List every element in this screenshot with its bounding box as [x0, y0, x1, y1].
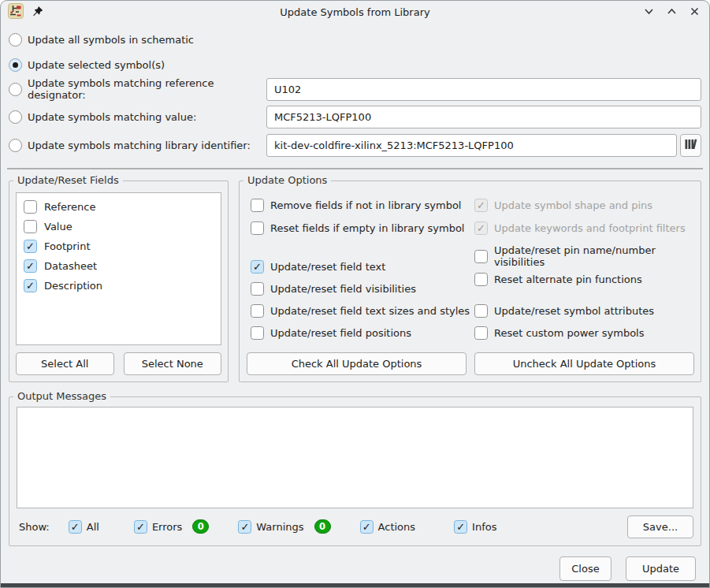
radio-label: Update all symbols in schematic	[28, 34, 194, 46]
checkbox-label: Update keywords and footprint filters	[494, 222, 686, 234]
checkbox-datasheet[interactable]	[24, 259, 37, 273]
checkbox-show-warnings[interactable]	[238, 520, 251, 534]
checkbox-description[interactable]	[24, 279, 37, 292]
checkbox-symbol-shape-pins	[474, 199, 488, 212]
pin-icon[interactable]	[32, 6, 43, 20]
checkbox-label: Update symbol shape and pins	[494, 199, 652, 211]
chevron-up-icon	[666, 6, 678, 20]
scope-option-value: Update symbols matching value:	[9, 105, 701, 128]
option-reset-empty-fields: Reset fields if empty in library symbol	[251, 220, 470, 236]
radio-update-all[interactable]	[9, 33, 22, 47]
update-reset-fields-group: Update/Reset Fields Reference Value Foot…	[9, 180, 229, 382]
section-separator	[7, 168, 703, 169]
checkbox-label: Update/reset field text sizes and styles	[270, 305, 470, 317]
checkbox-label: Infos	[472, 521, 496, 533]
checkbox-show-all[interactable]	[69, 520, 82, 534]
fields-listbox[interactable]: Reference Value Footprint Datasheet	[16, 192, 221, 345]
select-none-button[interactable]: Select None	[124, 352, 222, 375]
scope-option-reference: Update symbols matching reference design…	[9, 77, 701, 101]
group-title: Update Options	[243, 174, 331, 186]
checkbox-field-visibilities[interactable]	[251, 282, 264, 296]
option-remove-fields: Remove fields if not in library symbol	[251, 197, 470, 213]
filter-errors: Errors 0	[134, 519, 209, 534]
checkbox-label: Update/reset pin name/number visibilitie…	[494, 244, 694, 268]
checkbox-label: Update/reset field text	[270, 261, 385, 273]
filter-infos: Infos	[454, 520, 496, 534]
radio-match-library-id[interactable]	[9, 139, 22, 152]
window-minimize-button[interactable]	[641, 5, 656, 20]
checkbox-field-positions[interactable]	[251, 326, 264, 340]
library-identifier-input[interactable]	[266, 134, 677, 157]
option-alternate-pin-functions: Reset alternate pin functions	[474, 271, 694, 287]
checkbox-footprint[interactable]	[24, 240, 37, 253]
scope-option-library-id: Update symbols matching library identifi…	[9, 133, 701, 157]
checkbox-value[interactable]	[24, 220, 37, 233]
checkbox-symbol-attributes[interactable]	[474, 304, 488, 318]
save-button[interactable]: Save...	[627, 515, 693, 538]
checkbox-reset-empty-fields[interactable]	[251, 221, 264, 235]
checkbox-label: Reference	[44, 201, 95, 213]
radio-label: Update selected symbol(s)	[28, 59, 165, 71]
checkbox-label: Reset fields if empty in library symbol	[270, 222, 464, 234]
checkbox-pin-visibilities[interactable]	[474, 250, 488, 263]
window-bottom-edge	[1, 583, 709, 587]
update-symbols-dialog: Update Symbols from Library	[0, 0, 710, 588]
titlebar[interactable]: Update Symbols from Library	[1, 1, 709, 24]
checkbox-field-sizes-styles[interactable]	[251, 304, 264, 318]
checkbox-reference[interactable]	[24, 200, 37, 214]
option-field-sizes-styles: Update/reset field text sizes and styles	[251, 303, 470, 318]
checkbox-label: Errors	[152, 521, 182, 533]
window-close-button[interactable]	[686, 5, 702, 20]
checkbox-remove-fields[interactable]	[251, 199, 264, 212]
update-options-group: Update Options Remove fields if not in l…	[239, 180, 701, 382]
radio-match-reference[interactable]	[9, 83, 22, 96]
scope-option-all: Update all symbols in schematic	[9, 30, 701, 49]
checkbox-label: Update/reset field visibilities	[270, 283, 416, 295]
checkbox-show-infos[interactable]	[454, 520, 467, 534]
update-button[interactable]: Update	[626, 556, 696, 581]
option-field-text: Update/reset field text	[251, 259, 470, 274]
checkbox-alternate-pin-functions[interactable]	[474, 273, 488, 286]
checkbox-label: Reset custom power symbols	[494, 327, 645, 339]
value-input[interactable]	[266, 106, 701, 128]
radio-label: Update symbols matching reference design…	[28, 77, 266, 101]
filter-all: All	[69, 520, 99, 534]
kicad-eeschema-icon	[8, 3, 24, 21]
radio-label: Update symbols matching value:	[28, 111, 196, 123]
uncheck-all-options-button[interactable]: Uncheck All Update Options	[474, 352, 694, 375]
library-books-icon	[684, 138, 697, 153]
radio-match-value[interactable]	[9, 110, 22, 124]
radio-update-selected[interactable]	[9, 58, 22, 72]
check-all-options-button[interactable]: Check All Update Options	[247, 352, 467, 375]
checkbox-label: Actions	[378, 521, 416, 533]
option-field-visibilities: Update/reset field visibilities	[251, 281, 470, 296]
field-row-datasheet: Datasheet	[17, 256, 221, 276]
checkbox-label: Update/reset symbol attributes	[494, 305, 654, 317]
filter-warnings: Warnings 0	[238, 519, 330, 534]
checkbox-label: Warnings	[256, 521, 303, 533]
window-maximize-button[interactable]	[664, 5, 679, 20]
checkbox-label: Update/reset field positions	[270, 327, 411, 339]
select-all-button[interactable]: Select All	[16, 352, 114, 375]
checkbox-custom-power-symbols[interactable]	[474, 326, 488, 340]
close-icon	[689, 6, 701, 20]
checkbox-keywords-filters	[474, 221, 488, 235]
checkbox-label: Reset alternate pin functions	[494, 274, 642, 285]
checkbox-show-actions[interactable]	[360, 520, 374, 534]
dialog-title: Update Symbols from Library	[1, 6, 709, 18]
field-row-description: Description	[17, 276, 221, 296]
checkbox-field-text[interactable]	[251, 260, 264, 274]
option-pin-visibilities: Update/reset pin name/number visibilitie…	[474, 248, 694, 264]
close-button[interactable]: Close	[559, 556, 611, 581]
errors-count-badge: 0	[192, 519, 209, 534]
reference-designator-input[interactable]	[266, 78, 701, 101]
field-row-reference: Reference	[17, 197, 221, 217]
checkbox-show-errors[interactable]	[134, 520, 147, 534]
checkbox-label: Description	[44, 280, 102, 292]
option-symbol-attributes: Update/reset symbol attributes	[474, 303, 694, 318]
filter-actions: Actions	[360, 520, 416, 534]
checkbox-label: Remove fields if not in library symbol	[270, 199, 461, 211]
option-custom-power-symbols: Reset custom power symbols	[474, 325, 694, 341]
option-field-positions: Update/reset field positions	[251, 325, 470, 341]
browse-library-button[interactable]	[680, 134, 701, 157]
